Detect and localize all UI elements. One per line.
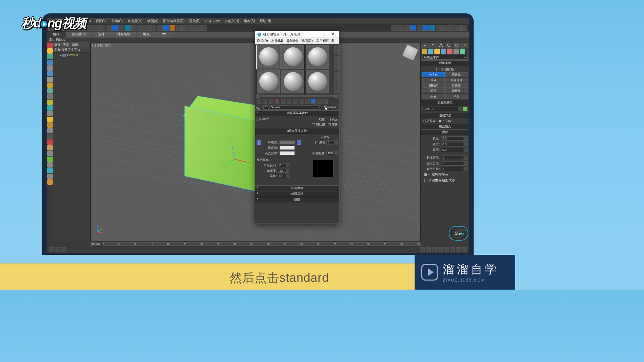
tool-icon[interactable] [404,25,410,31]
tool-icon[interactable] [93,25,99,31]
left-icon-column[interactable] [47,42,53,241]
rollout-maps[interactable]: 贴图 [255,197,339,202]
mat-menu-item[interactable]: 选项(O) [301,39,313,43]
wseg-spinner[interactable]: 1 [441,161,468,166]
left-icon[interactable] [47,157,53,162]
menu-item[interactable]: 自定义(U) [224,19,239,23]
tool-icon[interactable] [195,25,201,31]
tool-icon[interactable] [87,25,93,31]
shader-dropdown[interactable]: (B)Blinn▾ [257,117,285,122]
playback-icon[interactable] [462,247,467,252]
speclevel-spinner[interactable]: 0 [278,163,289,167]
object-name-field[interactable]: Box001 [422,107,462,111]
material-name-field[interactable]: 01 - Default▾ [263,105,321,110]
primitive-button[interactable]: 平面 [445,94,468,99]
spacewarps-icon[interactable] [453,49,459,54]
command-panel[interactable]: 标准基本体▾ 对象类型 自动栅格 长方体圆锥体 球体几何球体 圆柱体管状体 圆环… [421,42,469,241]
selfillum-spinner[interactable]: 0 [326,140,338,144]
playback-icon[interactable] [420,247,425,252]
tool-icon[interactable] [169,25,175,31]
menu-item[interactable]: 图形编辑器(D) [163,19,184,23]
opacity-spinner[interactable]: 100 [326,151,338,155]
tool-icon[interactable] [455,25,461,31]
sample-tool-icon[interactable] [334,66,339,71]
material-type-button[interactable]: Standard [323,106,337,109]
tool-icon[interactable] [429,25,435,31]
menu-item[interactable]: 渲染(R) [189,19,201,23]
geometry-icon[interactable] [422,49,427,54]
mat-tool-icon[interactable] [293,99,298,104]
tool-icon[interactable] [201,25,207,31]
close-button[interactable]: ✕ [328,32,337,38]
tool-icon[interactable] [106,25,112,31]
sample-slot[interactable] [256,70,280,94]
sample-tool-icon[interactable] [334,82,339,87]
ambient-swatch[interactable] [279,140,295,144]
lock-ambient-icon[interactable]: c [257,140,261,145]
material-editor-menu[interactable]: 模式(D) 材质(M) 导航(N) 选项(O) 实用程序(U) [255,38,339,44]
left-icon[interactable] [47,145,53,150]
facemap-checkbox[interactable] [312,123,315,126]
ribbon-tab[interactable]: 对象绘制 [111,32,137,38]
autogrid-checkbox[interactable] [436,68,439,71]
main-menu[interactable]: 编辑(E) 工具(T) 组(G) 视图(V) 创建(C) 修改器(M) 动画(A… [47,18,469,24]
tool-icon[interactable] [461,25,467,31]
left-icon[interactable] [47,54,53,59]
sample-tool-icon[interactable] [334,88,339,93]
sample-tool-icon[interactable] [334,45,339,50]
faceted-checkbox[interactable] [328,123,331,126]
delete-icon[interactable] [275,99,279,104]
wire-checkbox[interactable] [315,118,318,121]
left-icon[interactable] [47,151,53,156]
tool-icon[interactable] [163,25,169,31]
create-tab-icon[interactable] [421,42,429,48]
gen-map-checkbox[interactable] [424,173,427,176]
utilities-tab-icon[interactable] [461,42,469,48]
left-icon[interactable] [47,134,53,139]
material-editor-titlebar[interactable]: 材质编辑器 - 01 - Default — □ ✕ [255,31,339,38]
radio-icon[interactable] [439,120,441,122]
primitive-button[interactable]: 管状体 [445,83,468,88]
tool-icon[interactable] [144,25,150,31]
sample-slot[interactable] [281,45,305,69]
mat-menu-item[interactable]: 模式(D) [257,39,268,43]
status-icon[interactable] [61,247,66,252]
tool-icon[interactable] [182,25,188,31]
left-icon[interactable] [47,179,53,185]
gloss-spinner[interactable]: 10 [278,169,289,173]
mat-tool-icon[interactable] [299,99,304,104]
shapes-icon[interactable] [428,49,433,54]
object-color-swatch[interactable] [463,107,468,111]
subcategory-dropdown[interactable]: 标准基本体▾ [422,55,468,60]
rollout-object-type[interactable]: 对象类型 [421,60,469,66]
sample-slot[interactable] [281,70,305,94]
cameras-icon[interactable] [441,49,446,54]
hierarchy-tab-icon[interactable] [437,42,445,48]
ribbon-tab[interactable]: 选择 [92,32,111,38]
create-category-row[interactable] [421,48,469,54]
sample-tool-icon[interactable] [334,50,339,55]
menu-item[interactable]: 视图(V) [96,19,107,23]
mat-tool-icon[interactable] [287,99,291,104]
left-icon[interactable] [47,122,53,128]
left-icon[interactable] [47,48,53,54]
primitive-button[interactable]: 球体 [422,78,445,82]
sample-slot[interactable] [305,70,329,94]
menu-item[interactable]: 帮助(H) [260,19,271,23]
tool-icon[interactable] [118,25,124,31]
rollout-name-color[interactable]: 名称和颜色 [421,100,469,106]
rollout-blinn-params[interactable]: Blinn 基本参数 [255,128,339,134]
mat-tool-icon[interactable] [323,99,328,104]
rollout-parameters[interactable]: 参数 [421,129,469,135]
ribbon-toggle-icon[interactable]: ●▾ [156,32,172,38]
playback-icon[interactable] [432,247,437,252]
mat-tool-icon[interactable] [317,99,322,104]
creation-method[interactable]: 立方体 长方体 [421,118,469,124]
primitive-button[interactable]: 圆柱体 [422,83,445,88]
mat-tool-icon[interactable] [263,99,267,104]
tool-icon[interactable] [125,25,131,31]
specular-swatch[interactable] [279,151,295,155]
left-icon[interactable] [47,100,53,105]
rollout-keyboard[interactable]: +键盘输入 [421,124,469,129]
material-toolbar[interactable] [255,98,339,104]
